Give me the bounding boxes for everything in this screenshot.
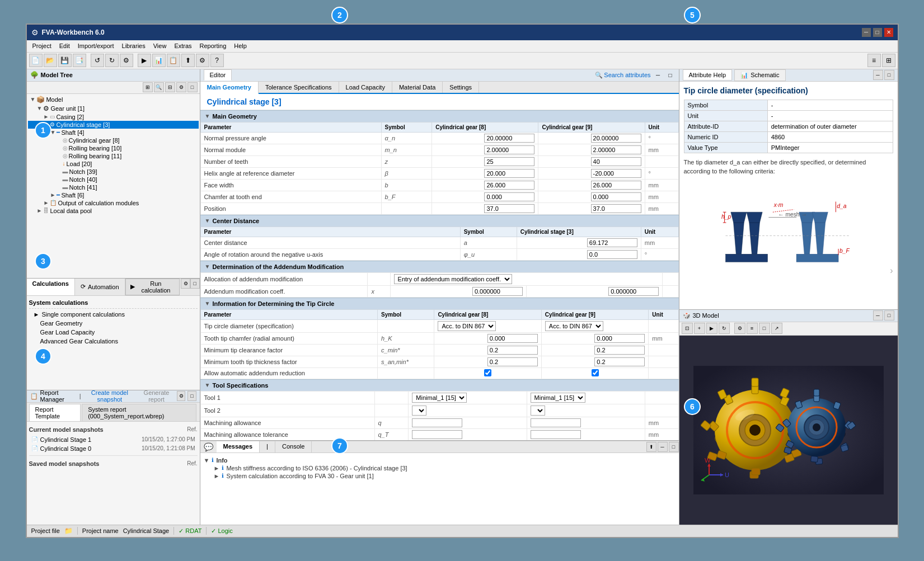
input-machining-allow-9[interactable]: [531, 418, 581, 427]
generate-report-button[interactable]: Generate report: [138, 389, 175, 403]
export-button[interactable]: ⬆: [181, 54, 195, 67]
msg-arrow-2[interactable]: ►: [214, 473, 220, 479]
msg-maximize-btn[interactable]: □: [669, 442, 679, 452]
checkbox-auto-addendum-9[interactable]: [592, 369, 599, 376]
maximize-button[interactable]: □: [873, 28, 882, 37]
input-num-teeth-8[interactable]: [484, 157, 534, 166]
editor-minimize-btn[interactable]: ─: [653, 70, 663, 80]
input-min-tip-clearance-9[interactable]: [594, 346, 645, 355]
input-chamfer-8[interactable]: [484, 192, 534, 201]
3d-settings-btn[interactable]: ⚙: [734, 323, 745, 334]
calc-group-single[interactable]: ► Single component calculations: [29, 310, 198, 319]
run-calculation-button[interactable]: ▶ Run calculation: [125, 279, 180, 295]
tab-tolerance-specs[interactable]: Tolerance Specifications: [259, 82, 339, 93]
input-min-tooth-tip-8[interactable]: [487, 357, 538, 366]
calc-settings-btn[interactable]: ⚙: [181, 279, 190, 289]
menu-view[interactable]: View: [150, 41, 170, 50]
select-tool2-8[interactable]: [412, 406, 426, 416]
tree-search-btn[interactable]: 🔍: [154, 82, 164, 92]
tree-item-cyl-gear8[interactable]: ◎ Cylindrical gear [8]: [28, 136, 199, 144]
calc-item-gear-load[interactable]: Gear Load Capacity: [29, 328, 198, 337]
calc-item-adv-gear[interactable]: Advanced Gear Calculations: [29, 337, 198, 346]
input-helix-angle-9[interactable]: [591, 169, 641, 178]
tab-messages[interactable]: Messages: [217, 441, 260, 452]
3d-minimize-btn[interactable]: ─: [873, 310, 883, 320]
editor-maximize-btn[interactable]: □: [665, 70, 676, 80]
select-tool2-9[interactable]: [531, 406, 545, 416]
input-helix-angle-8[interactable]: [484, 169, 534, 178]
select-tip-circle-8[interactable]: Acc. to DIN 867: [438, 321, 496, 331]
section-tool-specs[interactable]: ▼ Tool Specifications: [200, 379, 679, 391]
snapshot-item-2[interactable]: 📄 Cylindrical Stage 0 10/15/20, 1:21:08 …: [29, 444, 198, 453]
tab-attribute-help[interactable]: Attribute Help: [683, 69, 733, 81]
tab-console-label[interactable]: Console: [275, 441, 312, 452]
tab-load-capacity[interactable]: Load Capacity: [339, 82, 392, 93]
open-button[interactable]: 📂: [44, 54, 57, 67]
menu-libraries[interactable]: Libraries: [119, 41, 149, 50]
tree-item-bearing10[interactable]: ◎ Rolling bearing [10]: [28, 144, 199, 152]
msg-btn1[interactable]: ⬆: [646, 442, 656, 452]
save-button[interactable]: 💾: [58, 54, 72, 67]
tree-expand-btn[interactable]: ⊞: [143, 82, 153, 92]
input-addendum-coeff-9[interactable]: [608, 287, 659, 296]
tree-settings-btn[interactable]: ⚙: [176, 82, 186, 92]
attr-maximize-btn[interactable]: □: [884, 70, 894, 80]
editor-tab[interactable]: Editor: [204, 69, 232, 81]
tree-item-gear-unit[interactable]: ▼ ⚙ Gear unit [1]: [28, 104, 199, 113]
report-button[interactable]: 📋: [167, 54, 180, 67]
menu-edit[interactable]: Edit: [56, 41, 73, 50]
tree-filter-btn[interactable]: ⊟: [165, 82, 175, 92]
report-settings-btn[interactable]: ⚙: [177, 391, 185, 401]
input-machining-tol-8[interactable]: [412, 430, 462, 439]
msg-minimize-btn[interactable]: ─: [658, 442, 668, 452]
calculate-button[interactable]: ▶: [138, 54, 151, 67]
3d-view-btn[interactable]: □: [759, 323, 770, 334]
help-button[interactable]: ?: [210, 54, 224, 67]
msg-arrow-1[interactable]: ►: [214, 465, 220, 472]
input-normal-module-8[interactable]: [484, 145, 534, 154]
view-btn2[interactable]: ⊞: [882, 54, 895, 67]
tab-main-geometry[interactable]: Main Geometry: [200, 82, 259, 94]
menu-import-export[interactable]: Import/export: [74, 41, 118, 50]
section-tip-circle[interactable]: ▼ Information for Determining the Tip Ci…: [200, 298, 679, 309]
input-machining-tol-9[interactable]: [531, 430, 581, 439]
tree-item-shaft4[interactable]: ▼ ━ Shaft [4]: [28, 129, 199, 136]
checkbox-auto-addendum-8[interactable]: [484, 369, 491, 376]
input-rotation-angle[interactable]: [587, 250, 637, 259]
section-addendum[interactable]: ▼ Determination of the Addendum Modifica…: [200, 261, 679, 272]
input-face-width-9[interactable]: [591, 181, 641, 190]
input-position-9[interactable]: [591, 204, 641, 213]
input-tooth-chamfer-8[interactable]: [487, 334, 538, 343]
create-snapshot-button[interactable]: Create model snapshot: [83, 389, 137, 403]
input-center-dist[interactable]: [587, 238, 637, 247]
tab-material-data[interactable]: Material Data: [392, 82, 443, 93]
report-panel-btn[interactable]: □: [187, 391, 196, 401]
calc-item-gear-geom[interactable]: Gear Geometry: [29, 319, 198, 328]
tree-item-load[interactable]: ↓ Load [20]: [28, 160, 199, 168]
3d-play-btn[interactable]: ▶: [706, 323, 717, 334]
input-pressure-angle-8[interactable]: [484, 134, 534, 143]
report-tab-template[interactable]: Report Template: [29, 404, 81, 421]
snapshot-item-1[interactable]: 📄 Cylindrical Stage 1 10/15/20, 1:27:00 …: [29, 435, 198, 444]
tree-item-notch40[interactable]: ▬ Notch [40]: [28, 176, 199, 183]
tree-item-notch39[interactable]: ▬ Notch [39]: [28, 168, 199, 176]
input-chamfer-9[interactable]: [591, 192, 641, 201]
3d-zoom-in-btn[interactable]: +: [694, 323, 705, 334]
tree-item-bearing11[interactable]: ◎ Rolling bearing [11]: [28, 152, 199, 160]
input-normal-module-9[interactable]: [591, 145, 641, 154]
tree-item-data-pool[interactable]: ► 🗄 Local data pool: [28, 207, 199, 215]
close-button[interactable]: ✕: [884, 28, 893, 37]
tab-calculations[interactable]: Calculations: [27, 279, 75, 295]
settings-button[interactable]: ⚙: [120, 54, 133, 67]
view-btn1[interactable]: ≡: [867, 54, 881, 67]
tree-item-cyl-stage[interactable]: ▼ ⚙ Cylindrical stage [3]: [28, 121, 199, 129]
report-tab-system[interactable]: System report (000_System_report.wbrep): [82, 404, 196, 421]
new-button[interactable]: 📄: [29, 54, 43, 67]
save-as-button[interactable]: 📑: [73, 54, 86, 67]
minimize-button[interactable]: ─: [862, 28, 871, 37]
chart-button[interactable]: 📊: [152, 54, 166, 67]
model-3d-viewport[interactable]: U W: [679, 336, 898, 525]
redo-button[interactable]: ↻: [105, 54, 119, 67]
section-main-geometry[interactable]: ▼ Main Geometry: [200, 110, 679, 122]
search-attributes-button[interactable]: 🔍 Search attributes: [595, 72, 650, 79]
